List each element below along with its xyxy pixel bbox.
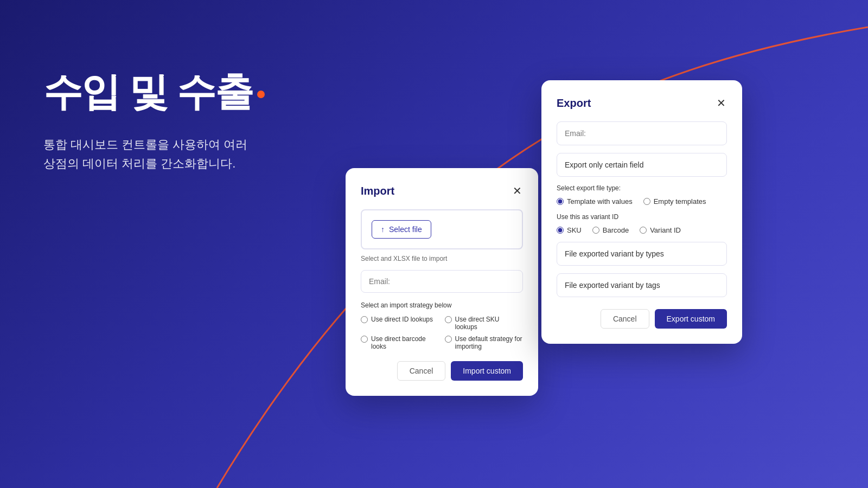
export-submit-button[interactable]: Export custom <box>655 309 727 329</box>
strategy-direct-sku-label: Use direct SKU lookups <box>455 316 524 331</box>
strategy-default[interactable]: Use default strategy for importing <box>445 335 524 350</box>
variant-sku-label: SKU <box>567 226 582 234</box>
export-modal: Export ✕ Select export file type: Templa… <box>541 80 742 344</box>
import-cancel-button[interactable]: Cancel <box>397 361 446 381</box>
import-close-button[interactable]: ✕ <box>512 183 523 198</box>
strategy-direct-sku-radio[interactable] <box>445 316 452 323</box>
import-submit-button[interactable]: Import custom <box>451 361 523 381</box>
strategy-direct-id[interactable]: Use direct ID lookups <box>361 316 439 331</box>
export-type-label: Select export file type: <box>557 184 727 192</box>
strategy-direct-id-radio[interactable] <box>361 316 368 323</box>
strategy-direct-barcode-radio[interactable] <box>361 336 368 343</box>
import-modal: Import ✕ ↑ Select file Select and XLSX f… <box>346 168 538 396</box>
strategy-direct-barcode[interactable]: Use direct barcode looks <box>361 335 439 350</box>
export-email-input[interactable] <box>557 121 727 145</box>
subtitle-line2: 상점의 데이터 처리를 간소화합니다. <box>43 157 235 170</box>
export-modal-footer: Cancel Export custom <box>557 309 727 329</box>
strategy-default-radio[interactable] <box>445 336 452 343</box>
variant-id-option-radio[interactable] <box>640 227 647 234</box>
import-modal-title: Import <box>361 185 394 197</box>
file-hint-text: Select and XLSX file to import <box>361 255 523 262</box>
upload-icon: ↑ <box>381 225 385 234</box>
strategy-direct-barcode-label: Use direct barcode looks <box>371 335 439 350</box>
type-empty-templates-radio[interactable] <box>643 198 650 205</box>
orange-dot <box>257 91 265 98</box>
main-title: 수입 및 수출 <box>43 70 265 113</box>
variant-id-option[interactable]: Variant ID <box>640 226 681 234</box>
strategy-direct-sku[interactable]: Use direct SKU lookups <box>445 316 524 331</box>
variant-id-option-label: Variant ID <box>650 226 681 234</box>
variant-sku[interactable]: SKU <box>557 226 582 234</box>
variant-id-radio-group: SKU Barcode Variant ID <box>557 226 727 234</box>
subtitle-line1: 통합 대시보드 컨트롤을 사용하여 여러 <box>43 138 247 151</box>
subtitle: 통합 대시보드 컨트롤을 사용하여 여러 상점의 데이터 처리를 간소화합니다. <box>43 135 265 173</box>
import-modal-footer: Cancel Import custom <box>361 361 523 381</box>
type-template-with-values-radio[interactable] <box>557 198 564 205</box>
type-template-with-values-label: Template with values <box>567 197 633 206</box>
file-drop-area: ↑ Select file <box>361 209 523 249</box>
export-field-input[interactable] <box>557 153 727 177</box>
type-empty-templates[interactable]: Empty templates <box>643 197 706 206</box>
strategy-direct-id-label: Use direct ID lookups <box>371 316 433 323</box>
import-email-input[interactable] <box>361 270 523 293</box>
strategy-default-label: Use default strategy for importing <box>455 335 524 350</box>
type-template-with-values[interactable]: Template with values <box>557 197 633 206</box>
variant-barcode-label: Barcode <box>603 226 629 234</box>
select-file-button[interactable]: ↑ Select file <box>372 220 431 239</box>
variant-id-label: Use this as variant ID <box>557 213 727 221</box>
select-file-label: Select file <box>389 225 422 234</box>
variant-sku-radio[interactable] <box>557 227 564 234</box>
strategy-section-label: Select an import strategy below <box>361 301 523 309</box>
variant-barcode[interactable]: Barcode <box>592 226 629 234</box>
variant-by-tags-input[interactable] <box>557 273 727 297</box>
variant-barcode-radio[interactable] <box>592 227 599 234</box>
type-empty-templates-label: Empty templates <box>654 197 706 206</box>
export-modal-title: Export <box>557 97 591 110</box>
title-text: 수입 및 수출 <box>43 70 253 113</box>
strategy-radio-group: Use direct ID lookups Use direct SKU loo… <box>361 316 523 350</box>
export-modal-header: Export ✕ <box>557 95 727 111</box>
variant-by-types-input[interactable] <box>557 242 727 266</box>
export-type-radio-group: Template with values Empty templates <box>557 197 727 206</box>
import-modal-header: Import ✕ <box>361 183 523 198</box>
export-cancel-button[interactable]: Cancel <box>601 309 649 329</box>
export-close-button[interactable]: ✕ <box>716 95 727 111</box>
